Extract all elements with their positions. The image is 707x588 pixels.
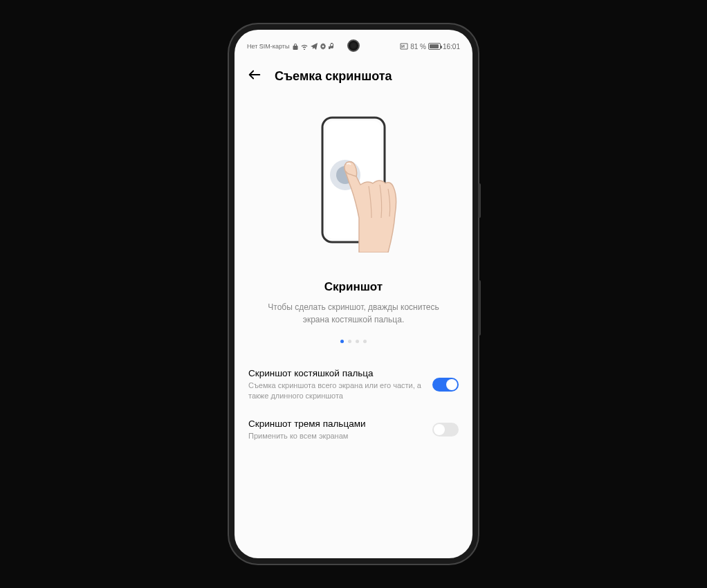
pager-dots[interactable] (235, 340, 472, 343)
clock-label: 16:01 (443, 43, 460, 50)
setting-subtitle: Съемка скриншота всего экрана или его ча… (248, 380, 424, 402)
setting-three-finger-screenshot[interactable]: Скриншот тремя пальцами Применить ко все… (235, 410, 472, 450)
feature-description: Чтобы сделать скриншот, дважды коснитесь… (235, 294, 472, 326)
setting-title: Скриншот тремя пальцами (248, 419, 424, 429)
status-icons-left (293, 43, 334, 50)
pager-dot (348, 340, 351, 343)
battery-percent-label: 81 % (410, 43, 426, 50)
pager-dot (363, 340, 367, 343)
music-icon (329, 43, 334, 50)
side-button-top (478, 183, 481, 218)
content-area: Скриншот Чтобы сделать скриншот, дважды … (235, 93, 472, 558)
lock-icon (293, 43, 298, 50)
telegram-icon (311, 43, 318, 50)
battery-icon (428, 43, 441, 50)
camera-punch-hole (347, 39, 360, 52)
sim-status-label: Нет SIM-карты (247, 43, 289, 50)
toggle-knuckle-screenshot[interactable] (432, 378, 459, 392)
page-title: Съемка скриншота (275, 69, 392, 84)
setting-subtitle: Применить ко всем экранам (248, 431, 424, 441)
nfc-icon (400, 43, 408, 50)
side-button-mid (478, 280, 481, 336)
knuckle-tap-illustration (305, 114, 402, 252)
back-button[interactable] (247, 67, 262, 85)
screen: Нет SIM-карты 81 % 16:01 Съ (235, 30, 472, 558)
setting-knuckle-screenshot[interactable]: Скриншот костяшкой пальца Съемка скриншо… (235, 360, 472, 410)
toggle-three-finger-screenshot[interactable] (432, 423, 459, 437)
setting-title: Скриншот костяшкой пальца (248, 368, 424, 378)
pager-dot (340, 340, 344, 343)
phone-frame: Нет SIM-карты 81 % 16:01 Съ (229, 24, 478, 564)
gear-icon (320, 43, 327, 50)
arrow-left-icon (247, 67, 262, 82)
feature-title: Скриншот (235, 280, 472, 294)
header: Съемка скриншота (235, 55, 472, 93)
pager-dot (356, 340, 359, 343)
wifi-icon (300, 43, 309, 50)
